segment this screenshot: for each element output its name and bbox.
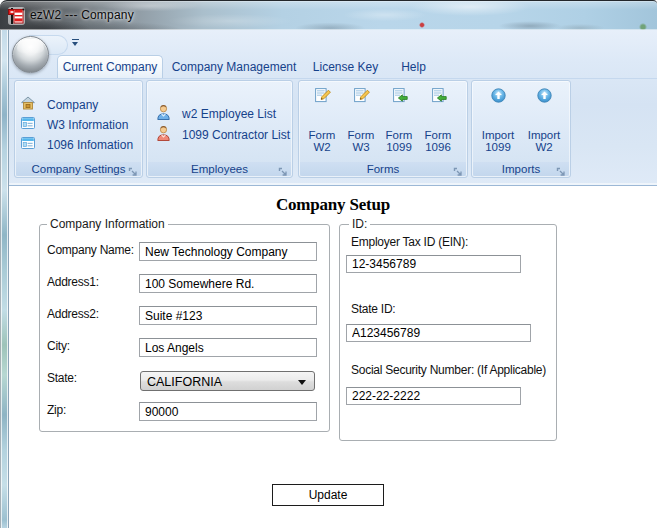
ribbon-button-form-w2[interactable]: Form W2 bbox=[302, 84, 342, 162]
tab-current-company[interactable]: Current Company bbox=[57, 55, 163, 78]
app-icon bbox=[8, 7, 25, 25]
update-button[interactable]: Update bbox=[272, 484, 384, 506]
ribbon: Current Company Company Management Licen… bbox=[9, 30, 657, 186]
ribbon-group-imports: Import 1099 Import W2 Imports bbox=[471, 80, 571, 178]
ssn-label: Social Security Number: (If Applicable) bbox=[351, 363, 546, 377]
state-id-label: State ID: bbox=[351, 302, 395, 316]
qat-customize-dropdown[interactable] bbox=[71, 39, 80, 47]
tab-help[interactable]: Help bbox=[395, 55, 432, 78]
groupbox-legend: Company Information bbox=[47, 217, 168, 231]
ribbon-separator-line bbox=[9, 78, 657, 79]
dialog-launcher-icon[interactable] bbox=[453, 164, 464, 175]
state-select[interactable]: CALIFORNIA bbox=[140, 371, 315, 391]
combo-arrow-icon bbox=[298, 380, 306, 385]
ribbon-button-label: Import bbox=[476, 129, 520, 141]
ribbon-item-company[interactable]: Company bbox=[21, 95, 98, 115]
ribbon-button-label: Form bbox=[418, 129, 458, 141]
ein-input[interactable] bbox=[346, 255, 521, 273]
ribbon-button-label: W2 bbox=[522, 141, 566, 153]
ribbon-item-w3-information[interactable]: W3 Information bbox=[21, 115, 128, 135]
zip-label: Zip: bbox=[47, 403, 66, 417]
qat-caret-bar-icon bbox=[72, 39, 79, 40]
ribbon-button-label: Form bbox=[379, 129, 419, 141]
ribbon-item-label: W3 Information bbox=[47, 118, 128, 132]
groupbox-legend: ID: bbox=[349, 217, 370, 231]
form-arrow-icon bbox=[392, 88, 407, 107]
tab-label: License Key bbox=[313, 60, 378, 74]
tab-label: Company Management bbox=[172, 60, 297, 74]
company-name-input[interactable] bbox=[139, 242, 317, 261]
ribbon-button-label: Form bbox=[302, 129, 342, 141]
state-select-value: CALIFORNIA bbox=[147, 375, 222, 389]
city-input[interactable] bbox=[139, 338, 317, 357]
w3-list-icon bbox=[21, 116, 35, 134]
ribbon-button-label: 1099 bbox=[379, 141, 419, 153]
ribbon-group-title: Employees bbox=[148, 162, 291, 176]
ribbon-group-employees: w2 Employee List 1099 Contractor List Em… bbox=[146, 80, 293, 178]
ribbon-button-import-w2[interactable]: Import W2 bbox=[522, 84, 566, 162]
form-edit-icon bbox=[315, 88, 330, 107]
import-icon bbox=[491, 88, 506, 107]
qat-caret-arrow-icon bbox=[72, 42, 78, 46]
company-name-label: Company Name: bbox=[47, 243, 134, 257]
ribbon-button-form-w3[interactable]: Form W3 bbox=[341, 84, 381, 162]
ssn-input[interactable] bbox=[346, 387, 521, 405]
tab-license-key[interactable]: License Key bbox=[302, 55, 389, 78]
window-left-border bbox=[0, 30, 9, 528]
ribbon-button-label: 1099 bbox=[476, 141, 520, 153]
ribbon-item-1096-infomation[interactable]: 1096 Infomation bbox=[21, 135, 133, 155]
form-arrow-icon bbox=[431, 88, 446, 107]
tab-label: Current Company bbox=[63, 60, 158, 74]
ribbon-button-label: Form bbox=[341, 129, 381, 141]
import-icon bbox=[537, 88, 552, 107]
employee-person-icon bbox=[156, 104, 171, 125]
tab-company-management[interactable]: Company Management bbox=[167, 55, 301, 78]
ribbon-item-label: 1096 Infomation bbox=[47, 138, 133, 152]
address2-input[interactable] bbox=[139, 306, 317, 325]
address2-label: Address2: bbox=[47, 307, 99, 321]
zip-input[interactable] bbox=[139, 402, 317, 421]
dialog-launcher-icon[interactable] bbox=[556, 164, 567, 175]
ribbon-item-label: 1099 Contractor List bbox=[182, 128, 290, 142]
ribbon-button-label: 1096 bbox=[418, 141, 458, 153]
ribbon-group-title-text: Employees bbox=[191, 163, 248, 175]
state-label: State: bbox=[47, 371, 77, 385]
ein-label: Employer Tax ID (EIN): bbox=[351, 235, 468, 249]
address1-label: Address1: bbox=[47, 275, 99, 289]
ribbon-group-title-text: Forms bbox=[367, 163, 400, 175]
ribbon-tabs: Current Company Company Management Licen… bbox=[9, 55, 657, 78]
window-title: ezW2 --- Company bbox=[30, 8, 134, 22]
form-edit-icon bbox=[354, 88, 369, 107]
ribbon-group-title: Company Settings bbox=[16, 162, 141, 176]
state-id-input[interactable] bbox=[346, 324, 531, 342]
ribbon-group-title: Imports bbox=[473, 162, 569, 176]
contractor-person-icon bbox=[156, 125, 171, 146]
ribbon-button-label: W2 bbox=[302, 141, 342, 153]
ribbon-button-form-1096[interactable]: Form 1096 bbox=[418, 84, 458, 162]
ribbon-group-company-settings: Company W3 Information bbox=[14, 80, 143, 178]
ribbon-group-title-text: Imports bbox=[502, 163, 540, 175]
page-title: Company Setup bbox=[9, 195, 657, 215]
dialog-launcher-icon[interactable] bbox=[128, 164, 139, 175]
form-1096-list-icon bbox=[21, 136, 35, 154]
ribbon-item-label: w2 Employee List bbox=[182, 107, 276, 121]
house-icon bbox=[21, 96, 35, 114]
ribbon-button-import-1099[interactable]: Import 1099 bbox=[476, 84, 520, 162]
city-label: City: bbox=[47, 339, 70, 353]
ribbon-button-label: W3 bbox=[341, 141, 381, 153]
address1-input[interactable] bbox=[139, 274, 317, 293]
content-area: Company Setup Company Information Compan… bbox=[9, 187, 657, 528]
dialog-launcher-icon[interactable] bbox=[278, 164, 289, 175]
tab-label: Help bbox=[401, 60, 426, 74]
app-window: ezW2 --- Company Current Company Company… bbox=[0, 0, 657, 528]
ribbon-item-label: Company bbox=[47, 98, 98, 112]
ribbon-item-1099-contractor-list[interactable]: 1099 Contractor List bbox=[156, 125, 290, 145]
ribbon-button-form-1099[interactable]: Form 1099 bbox=[379, 84, 419, 162]
titlebar[interactable]: ezW2 --- Company bbox=[0, 0, 657, 30]
ribbon-group-title: Forms bbox=[300, 162, 466, 176]
ribbon-item-w2-employee-list[interactable]: w2 Employee List bbox=[156, 104, 276, 124]
ribbon-group-forms: Form W2 Form W3 bbox=[298, 80, 468, 178]
ribbon-button-label: Import bbox=[522, 129, 566, 141]
ribbon-group-title-text: Company Settings bbox=[32, 163, 126, 175]
